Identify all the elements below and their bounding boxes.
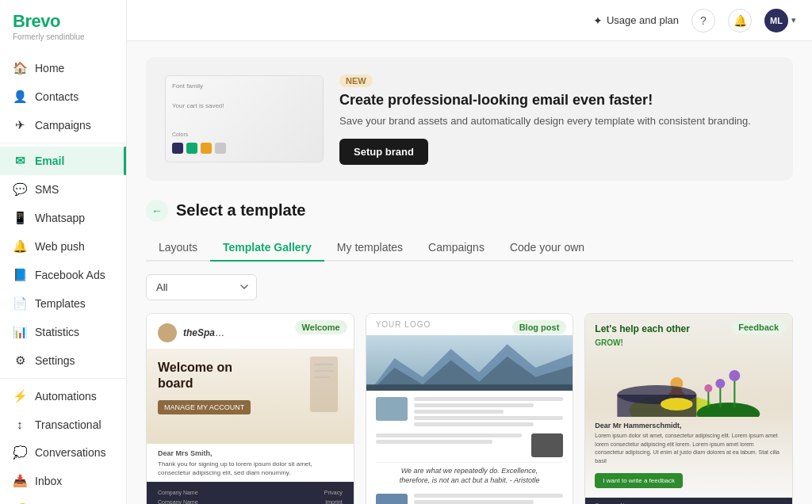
whatsapp-icon: 📱 — [13, 211, 27, 225]
card-body: Dear Mrs Smith, Thank you for signing up… — [147, 444, 354, 483]
settings-icon: ⚙ — [13, 353, 27, 368]
quote-text: We are what we repeatedly do. Excellence… — [376, 462, 564, 489]
card-salutation: Dear Mr Hammerschmidt, — [595, 422, 783, 430]
filter-row: All Welcome Blog post Feedback Promotion… — [146, 274, 793, 300]
sidebar-item-settings[interactable]: ⚙ Settings — [0, 346, 126, 375]
usage-and-plan-button[interactable]: ✦ Usage and plan — [593, 14, 679, 27]
templates-icon: 📄 — [13, 296, 27, 311]
card-content: We are what we repeatedly do. Excellence… — [366, 391, 573, 505]
sidebar-item-whatsapp[interactable]: 📱 Whatsapp — [0, 204, 126, 232]
conversations-icon: 💭 — [13, 445, 27, 460]
facebook-icon: 📘 — [13, 268, 27, 282]
card-footer: Company Name Company Name Company Name C… — [147, 482, 354, 504]
sidebar-item-campaigns[interactable]: ✈ Campaigns — [0, 111, 126, 139]
sidebar-item-label: Transactional — [35, 418, 102, 431]
sidebar-item-home[interactable]: 🏠 Home — [0, 54, 126, 82]
template-badge: Welcome — [295, 320, 347, 334]
svg-point-15 — [716, 379, 726, 388]
notifications-icon-button[interactable]: 🔔 — [728, 9, 752, 32]
sidebar-item-label: Facebook Ads — [35, 269, 105, 281]
inbox-icon: 📥 — [13, 474, 27, 488]
tab-template-gallery[interactable]: Template Gallery — [210, 235, 324, 262]
card-sub: GROW! — [595, 338, 783, 347]
page-title: Select a template — [176, 201, 305, 220]
svg-rect-23 — [661, 401, 693, 407]
sidebar-item-contacts[interactable]: 👤 Contacts — [0, 82, 126, 111]
sidebar-item-facebook-ads[interactable]: 📘 Facebook Ads — [0, 261, 126, 289]
sidebar-item-inbox[interactable]: 📥 Inbox — [0, 467, 126, 495]
sidebar-item-email[interactable]: ✉ Email — [0, 147, 126, 175]
sidebar-item-label: Inbox — [35, 475, 62, 487]
sidebar-item-label: Whatsapp — [35, 212, 85, 224]
sidebar-item-label: Automations — [35, 390, 97, 403]
home-icon: 🏠 — [13, 61, 27, 75]
sidebar-item-web-push[interactable]: 🔔 Web push — [0, 232, 126, 261]
tab-campaigns[interactable]: Campaigns — [416, 235, 497, 262]
template-badge: Feedback — [731, 320, 786, 334]
template-badge: Blog post — [512, 320, 567, 334]
contacts-icon: 👤 — [13, 90, 27, 104]
banner-preview-image: Font family Your cart is saved! Colors — [165, 75, 324, 162]
sidebar-item-label: Settings — [35, 354, 75, 367]
sidebar-item-sms[interactable]: 💬 SMS — [0, 175, 126, 204]
sidebar-item-automations[interactable]: ⚡ Automations — [0, 382, 126, 410]
sidebar: Brevo Formerly sendinblue 🏠 Home 👤 Conta… — [0, 0, 127, 504]
help-icon-button[interactable]: ? — [691, 9, 715, 32]
setup-brand-button[interactable]: Setup brand — [339, 139, 428, 165]
tab-code-your-own[interactable]: Code your own — [497, 235, 597, 262]
card-cta-btn: I want to write a feedback — [595, 473, 683, 488]
statistics-icon: 📊 — [13, 325, 27, 339]
category-filter-select[interactable]: All Welcome Blog post Feedback Promotion… — [146, 274, 257, 300]
sidebar-item-label: Web push — [35, 240, 85, 253]
sidebar-nav: 🏠 Home 👤 Contacts ✈ Campaigns ✉ Email 💬 … — [0, 49, 126, 504]
topbar: ✦ Usage and plan ? 🔔 ML ▾ — [127, 0, 812, 41]
sidebar-item-label: Contacts — [35, 90, 79, 103]
banner-description: Save your brand assets and automatically… — [339, 113, 751, 129]
card-body: Let's help each other GROW! — [585, 314, 792, 498]
card-cta-btn: MANAGE MY ACCOUNT — [158, 400, 251, 414]
back-button[interactable]: ← — [146, 200, 168, 222]
sidebar-item-statistics[interactable]: 📊 Statistics — [0, 318, 126, 346]
card-hero: Welcome onboard MANAGE MY ACCOUNT — [147, 349, 354, 444]
sidebar-item-label: Email — [35, 155, 64, 167]
template-tabs: Layouts Template Gallery My templates Ca… — [146, 235, 793, 262]
sms-icon: 💬 — [13, 182, 27, 197]
sidebar-item-templates[interactable]: 📄 Templates — [0, 289, 126, 318]
card-illustration — [595, 353, 783, 417]
new-badge: NEW — [339, 74, 373, 87]
sidebar-item-sales[interactable]: 💰 Sales — [0, 495, 126, 504]
svg-rect-7 — [366, 384, 573, 391]
email-icon: ✉ — [13, 154, 27, 168]
campaigns-icon: ✈ — [13, 118, 27, 132]
automations-icon: ⚡ — [13, 389, 27, 403]
svg-point-19 — [705, 384, 713, 392]
brand-formerly: Formerly sendinblue — [13, 32, 113, 41]
card-body-text: Lorem ipsum dolor sit amet, consectetur … — [595, 432, 783, 465]
tab-my-templates[interactable]: My templates — [324, 235, 416, 262]
banner-title: Create professional-looking email even f… — [339, 92, 751, 109]
sidebar-item-label: Statistics — [35, 326, 79, 338]
template-card-feedback[interactable]: Feedback Let's help each other GROW! — [584, 313, 793, 505]
chevron-down-icon: ▾ — [791, 15, 796, 25]
main-area: ✦ Usage and plan ? 🔔 ML ▾ Font family Yo… — [127, 0, 812, 504]
logo-area: Brevo Formerly sendinblue — [0, 0, 126, 49]
content-area: Font family Your cart is saved! Colors — [127, 41, 812, 504]
svg-point-17 — [730, 370, 741, 381]
user-menu[interactable]: ML ▾ — [764, 9, 796, 32]
template-card-welcome[interactable]: Welcome theSpa… Welcome onboard MANAGE M… — [146, 313, 354, 505]
templates-grid: Welcome theSpa… Welcome onboard MANAGE M… — [146, 313, 793, 505]
card-hero-image — [366, 335, 573, 391]
sidebar-item-conversations[interactable]: 💭 Conversations — [0, 438, 126, 467]
sidebar-item-label: SMS — [35, 183, 59, 196]
brand-avatar — [158, 323, 177, 342]
tab-layouts[interactable]: Layouts — [146, 235, 210, 262]
web-push-icon: 🔔 — [13, 239, 27, 254]
sidebar-item-label: Templates — [35, 297, 86, 310]
avatar: ML — [764, 9, 788, 32]
brand-logo: Brevo — [13, 11, 113, 32]
template-card-blog[interactable]: Blog post YOUR LOGO — [366, 313, 574, 505]
sidebar-item-label: Home — [35, 62, 64, 74]
card-footer: Company Name Privacy · Imprint — [585, 498, 792, 504]
star-icon: ✦ — [593, 14, 603, 27]
sidebar-item-transactional[interactable]: ↕ Transactional — [0, 410, 126, 438]
